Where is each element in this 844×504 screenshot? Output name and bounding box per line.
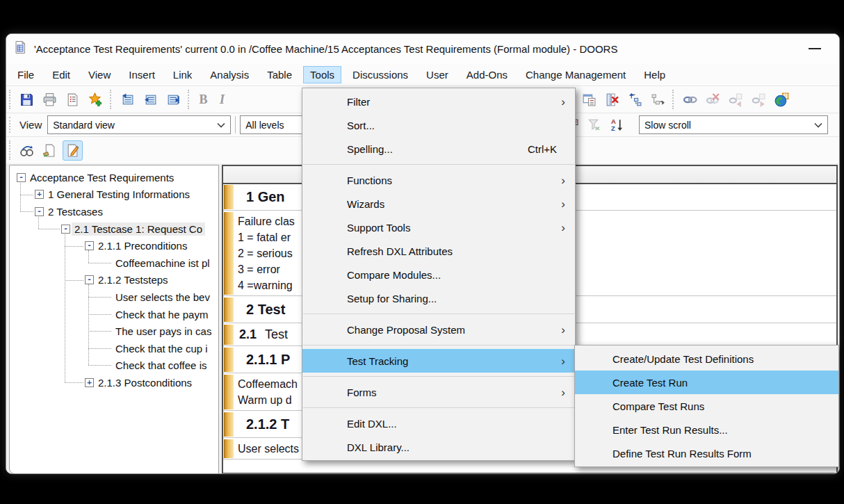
menu-item-test-tracking[interactable]: Test Tracking›: [302, 349, 575, 373]
menu-item-forms[interactable]: Forms›: [302, 380, 575, 404]
title-bar: 'Acceptance Test Requirements' current 0…: [6, 34, 839, 63]
toolbar-grip[interactable]: [9, 90, 13, 109]
advanced-filter-icon[interactable]: [584, 115, 604, 135]
collapse-icon[interactable]: -: [85, 275, 94, 284]
attributes-window-icon[interactable]: [579, 90, 599, 110]
menubar-item-tools[interactable]: Tools: [303, 66, 341, 83]
tree-item-check-that-he-paym[interactable]: Check that he paym: [10, 306, 218, 323]
menu-item-label: Spelling...: [347, 143, 393, 155]
menu-item-label: Compare Modules...: [347, 269, 441, 281]
link-out-icon[interactable]: [749, 90, 769, 110]
collapse-icon[interactable]: -: [17, 173, 26, 182]
tree-item-check-that-the-cup-i[interactable]: Check that the cup i: [10, 340, 218, 357]
indent-decrease-icon[interactable]: [117, 90, 138, 110]
sort-az-icon[interactable]: AZ: [607, 115, 627, 135]
submenu-item-define-test-run-results-form[interactable]: Define Test Run Results Form: [575, 441, 838, 465]
submenu-item-enter-test-run-results[interactable]: Enter Test Run Results...: [575, 418, 838, 441]
menu-item-refresh-dxl-attributes[interactable]: Refresh DXL Attributes: [302, 239, 575, 263]
make-link-icon[interactable]: [680, 90, 700, 110]
menubar-item-add-ons[interactable]: Add-Ons: [460, 66, 514, 83]
scroll-select[interactable]: Slow scroll: [639, 115, 828, 134]
heading-text: 2.1.2 T: [246, 416, 289, 432]
menu-item-sort[interactable]: Sort...: [302, 113, 575, 137]
view-select[interactable]: Standard view: [47, 115, 231, 134]
menubar-item-analysis[interactable]: Analysis: [203, 66, 256, 83]
menu-item-label: Change Proposal System: [347, 324, 465, 336]
collapse-icon[interactable]: -: [35, 207, 44, 216]
menu-item-change-proposal-system[interactable]: Change Proposal System›: [302, 318, 575, 341]
menu-item-label: Create/Update Test Definitions: [612, 353, 754, 365]
delete-link-icon[interactable]: [703, 90, 723, 110]
menu-item-label: Edit DXL...: [347, 418, 397, 430]
analysis-wizard-icon[interactable]: [17, 140, 37, 161]
menubar-item-view[interactable]: View: [81, 66, 117, 83]
tree-item-2-1-3-postconditions[interactable]: +2.1.3 Postconditions: [10, 374, 218, 391]
tree-item-the-user-pays-in-cas[interactable]: The user pays in cas: [10, 323, 218, 340]
tree-item-label: User selects the bev: [113, 291, 213, 304]
object-indicator-bar: [224, 412, 234, 437]
indent-shift-icon[interactable]: [163, 90, 184, 110]
toolbar-grip[interactable]: [9, 140, 13, 160]
menu-item-filter[interactable]: Filter›: [302, 90, 575, 113]
minimize-button[interactable]: [809, 45, 821, 52]
menu-item-wizards[interactable]: Wizards›: [302, 192, 575, 216]
web-link-icon[interactable]: [772, 90, 792, 110]
formal-module-icon: [13, 40, 27, 57]
italic-icon[interactable]: I: [213, 92, 232, 107]
menu-bar: FileEditViewInsertLinkAnalysisTableTools…: [6, 63, 839, 86]
edit-clear-icon[interactable]: [40, 140, 60, 161]
submenu-item-create-test-run[interactable]: Create Test Run: [575, 371, 838, 394]
menu-item-functions[interactable]: Functions›: [302, 168, 575, 192]
menubar-item-change-management[interactable]: Change Management: [519, 66, 633, 83]
tree-item-2-1-2-teststeps[interactable]: -2.1.2 Teststeps: [10, 272, 218, 289]
toolbar-grip[interactable]: [188, 90, 191, 109]
menu-item-setup-for-sharing[interactable]: Setup for Sharing...: [302, 286, 575, 310]
tree-item-user-selects-the-bev[interactable]: User selects the bev: [10, 288, 218, 306]
bold-icon[interactable]: B: [194, 92, 213, 107]
expand-icon[interactable]: +: [35, 190, 44, 199]
promote-object-icon[interactable]: [625, 90, 645, 110]
indent-increase-icon[interactable]: [140, 90, 161, 110]
toolbar-grip[interactable]: [672, 90, 676, 109]
menubar-item-table[interactable]: Table: [260, 66, 299, 83]
menubar-item-user[interactable]: User: [419, 66, 455, 83]
object-indicator-bar: [224, 185, 234, 209]
tree-item-label: The user pays in cas: [113, 325, 214, 338]
menubar-item-discussions[interactable]: Discussions: [346, 66, 415, 83]
tree-item-1-general-testing-informations[interactable]: +1 General Testing Informations: [10, 186, 218, 204]
submenu-item-create-update-test-definitions[interactable]: Create/Update Test Definitions: [575, 347, 838, 371]
menu-item-dxl-library[interactable]: DXL Library...: [302, 435, 575, 459]
tree-item-acceptance-test-requirements[interactable]: -Acceptance Test Requirements: [10, 169, 218, 186]
collapse-icon[interactable]: -: [85, 241, 94, 250]
edit-mode-icon[interactable]: [63, 140, 83, 161]
tree-item-label: Check that the cup i: [113, 342, 211, 355]
collapse-icon[interactable]: -: [61, 225, 70, 234]
new-object-icon[interactable]: [86, 90, 106, 110]
menu-item-spelling[interactable]: Spelling...Ctrl+K: [302, 137, 575, 161]
tree-item-2-testcases[interactable]: -2 Testcases: [10, 203, 218, 220]
link-in-icon[interactable]: [726, 90, 746, 110]
menubar-item-file[interactable]: File: [10, 66, 41, 83]
toolbar-grip[interactable]: [9, 117, 13, 133]
tree-item-check-that-coffee-is[interactable]: Check that coffee is: [10, 357, 218, 375]
menubar-item-insert[interactable]: Insert: [122, 66, 162, 83]
menubar-item-link[interactable]: Link: [166, 66, 200, 83]
module-properties-icon[interactable]: [63, 90, 83, 110]
tree-item-2-1-testcase-1-request-co[interactable]: -2.1 Testcase 1: Request Co: [10, 220, 218, 238]
menubar-item-help[interactable]: Help: [637, 66, 672, 83]
menu-item-edit-dxl[interactable]: Edit DXL...: [302, 412, 575, 435]
submenu-item-compare-test-runs[interactable]: Compare Test Runs: [575, 394, 838, 418]
menu-item-compare-modules[interactable]: Compare Modules...: [302, 263, 575, 286]
menubar-item-edit[interactable]: Edit: [45, 66, 77, 83]
expand-icon[interactable]: +: [85, 378, 94, 387]
menu-item-support-tools[interactable]: Support Tools›: [302, 216, 575, 239]
menu-item-shortcut: Ctrl+K: [528, 143, 557, 155]
print-icon[interactable]: [40, 90, 60, 110]
levels-select-value: All levels: [245, 120, 284, 131]
save-icon[interactable]: [17, 90, 37, 110]
delete-column-icon[interactable]: [602, 90, 622, 110]
tree-item-2-1-1-preconditions[interactable]: -2.1.1 Preconditions: [10, 237, 218, 254]
toolbar-grip[interactable]: [110, 90, 113, 109]
demote-object-icon[interactable]: [648, 90, 668, 110]
tree-item-coffeemachine-ist-pl[interactable]: Coffeemachine ist pl: [10, 254, 218, 272]
